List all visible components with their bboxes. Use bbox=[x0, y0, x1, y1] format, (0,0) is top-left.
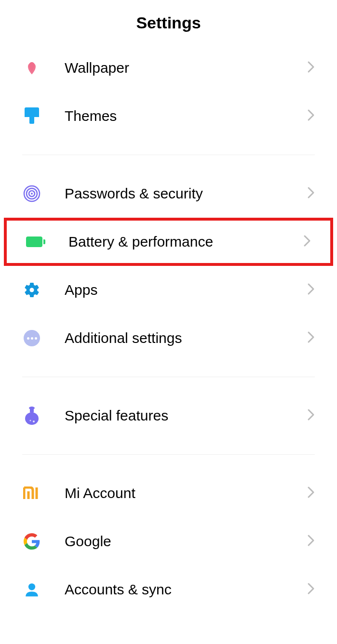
chevron-right-icon bbox=[307, 486, 315, 500]
settings-item-wallpaper[interactable]: Wallpaper bbox=[0, 44, 337, 92]
wallpaper-icon bbox=[22, 58, 41, 78]
svg-point-4 bbox=[30, 288, 34, 292]
dots-icon bbox=[22, 329, 41, 348]
settings-item-passwords-security[interactable]: Passwords & security bbox=[0, 170, 337, 218]
fingerprint-icon bbox=[22, 184, 41, 203]
svg-point-8 bbox=[33, 421, 35, 422]
svg-point-10 bbox=[28, 583, 35, 590]
item-label: Wallpaper bbox=[65, 60, 307, 76]
settings-item-themes[interactable]: Themes bbox=[0, 92, 337, 140]
divider bbox=[22, 155, 315, 155]
item-label: Passwords & security bbox=[65, 185, 307, 202]
page-header: Settings bbox=[0, 0, 337, 44]
svg-point-7 bbox=[29, 407, 35, 409]
chevron-right-icon bbox=[307, 61, 315, 75]
account-icon bbox=[22, 580, 41, 599]
item-label: Battery & performance bbox=[68, 234, 303, 250]
settings-item-apps[interactable]: Apps bbox=[0, 266, 337, 314]
gear-icon bbox=[22, 280, 41, 300]
settings-list: Wallpaper Themes Passwords & sec bbox=[0, 44, 337, 614]
chevron-right-icon bbox=[307, 283, 315, 297]
divider bbox=[22, 377, 315, 377]
themes-icon bbox=[22, 106, 41, 126]
divider bbox=[22, 454, 315, 455]
item-label: Apps bbox=[65, 282, 307, 298]
flask-icon bbox=[22, 406, 41, 425]
settings-item-additional-settings[interactable]: Additional settings bbox=[0, 314, 337, 362]
svg-point-9 bbox=[30, 420, 31, 421]
svg-point-5 bbox=[25, 412, 39, 425]
item-label: Additional settings bbox=[65, 330, 307, 346]
settings-item-special-features[interactable]: Special features bbox=[0, 392, 337, 440]
chevron-right-icon bbox=[307, 408, 315, 423]
svg-point-3 bbox=[31, 193, 33, 195]
item-label: Special features bbox=[65, 407, 307, 424]
settings-item-google[interactable]: Google bbox=[0, 517, 337, 565]
item-label: Mi Account bbox=[65, 485, 307, 501]
chevron-right-icon bbox=[307, 534, 315, 549]
battery-icon bbox=[26, 232, 45, 251]
settings-item-accounts-sync[interactable]: Accounts & sync bbox=[0, 565, 337, 614]
mi-icon bbox=[22, 484, 41, 503]
chevron-right-icon bbox=[307, 582, 315, 597]
settings-item-battery-performance[interactable]: Battery & performance bbox=[4, 218, 333, 266]
item-label: Accounts & sync bbox=[65, 581, 307, 598]
chevron-right-icon bbox=[303, 235, 311, 249]
item-label: Themes bbox=[65, 108, 307, 124]
settings-item-mi-account[interactable]: Mi Account bbox=[0, 469, 337, 517]
chevron-right-icon bbox=[307, 186, 315, 201]
google-icon bbox=[22, 532, 41, 551]
chevron-right-icon bbox=[307, 331, 315, 345]
chevron-right-icon bbox=[307, 109, 315, 123]
item-label: Google bbox=[65, 533, 307, 550]
page-title: Settings bbox=[0, 13, 337, 32]
